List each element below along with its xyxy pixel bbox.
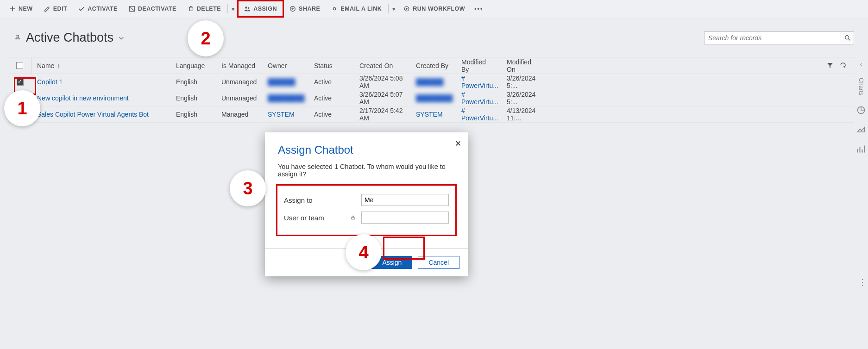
search-box	[704, 31, 854, 44]
pencil-icon	[44, 6, 50, 12]
col-ismanaged[interactable]: Is Managed	[216, 57, 262, 74]
edit-button[interactable]: EDIT	[38, 0, 73, 18]
edit-button-label: EDIT	[53, 6, 67, 12]
charts-label[interactable]: Charts	[858, 78, 865, 95]
charts-rail: ‹ Charts	[854, 57, 868, 154]
col-createdon[interactable]: Created On	[354, 57, 410, 74]
lock-icon	[350, 215, 357, 220]
table-row[interactable]: New copilot in new environment English U…	[8, 90, 854, 106]
people-icon	[244, 6, 251, 12]
user-team-input[interactable]	[361, 212, 449, 224]
refresh-icon[interactable]	[839, 62, 848, 70]
run-workflow-button-label: RUN WORKFLOW	[413, 6, 465, 12]
sort-asc-icon: ↑	[57, 62, 60, 69]
col-modifiedon[interactable]: Modified On	[501, 57, 547, 74]
col-name[interactable]: Name ↑	[31, 57, 170, 74]
delete-button-label: DELETE	[197, 6, 221, 12]
activate-button[interactable]: ACTIVATE	[73, 0, 123, 18]
deactivate-icon	[129, 6, 135, 12]
svg-rect-7	[352, 217, 354, 219]
redacted-createdby: ██████	[416, 78, 444, 86]
redacted-owner: ██████	[268, 78, 296, 86]
svg-point-2	[248, 7, 250, 9]
search-icon	[844, 35, 851, 41]
createdby-link[interactable]: SYSTEM	[416, 111, 443, 118]
svg-point-1	[245, 6, 247, 8]
record-link[interactable]: New copilot in new environment	[37, 94, 129, 102]
svg-point-5	[845, 35, 849, 39]
overflow-button[interactable]: •••	[471, 0, 487, 18]
check-icon	[78, 6, 85, 12]
delete-button[interactable]: DELETE	[182, 0, 226, 18]
dialog-form-highlight: Assign to User or team	[276, 184, 457, 236]
view-title[interactable]: Active Chatbots	[26, 31, 113, 45]
col-createdby[interactable]: Created By	[410, 57, 456, 74]
activate-button-label: ACTIVATE	[88, 6, 118, 12]
assign-button[interactable]: ASSIGN	[237, 0, 284, 18]
dialog-close-button[interactable]: ✕	[455, 139, 461, 149]
view-header: Active Chatbots	[0, 18, 868, 57]
col-language[interactable]: Language	[170, 57, 216, 74]
col-status[interactable]: Status	[308, 57, 354, 74]
chart-bar-icon[interactable]	[856, 144, 866, 154]
record-link[interactable]: Copilot 1	[37, 78, 63, 86]
delete-dropdown[interactable]: ▾	[229, 0, 237, 18]
share-icon	[289, 6, 296, 12]
callout-2: 2	[188, 20, 224, 56]
callout-4: 4	[346, 234, 382, 270]
col-modifiedby[interactable]: Modified By	[456, 57, 501, 74]
chevron-left-icon[interactable]: ‹	[860, 61, 862, 68]
plus-icon	[9, 6, 16, 12]
dialog-cancel-button[interactable]: Cancel	[418, 256, 459, 269]
modifiedby-link[interactable]: # PowerVirtu...	[461, 107, 498, 122]
ellipsis-icon: •••	[474, 6, 483, 12]
command-bar: NEW EDIT ACTIVATE DEACTIVATE DELETE ▾ AS…	[0, 0, 868, 18]
assign-to-label: Assign to	[284, 196, 345, 204]
modifiedby-link[interactable]: # PowerVirtu...	[461, 75, 498, 89]
search-go-button[interactable]	[841, 31, 854, 44]
redacted-createdby: ████████	[416, 94, 453, 102]
chart-area-icon[interactable]	[856, 125, 866, 134]
user-team-label: User or team	[284, 214, 345, 222]
dialog-title: Assign Chatbot	[278, 143, 455, 156]
email-link-button[interactable]: EMAIL A LINK	[326, 0, 387, 18]
share-button-label: SHARE	[299, 6, 320, 12]
run-workflow-button[interactable]: RUN WORKFLOW	[398, 0, 471, 18]
col-owner[interactable]: Owner	[262, 57, 308, 74]
email-link-button-label: EMAIL A LINK	[340, 6, 382, 12]
select-all-col	[8, 57, 31, 74]
table-row[interactable]: Copilot 1 English Unmanaged ██████ Activ…	[8, 74, 854, 90]
dialog-subtitle: You have selected 1 Chatbot. To whom wou…	[278, 163, 455, 178]
row-checkbox[interactable]	[17, 79, 24, 86]
view-dropdown-icon[interactable]	[118, 35, 125, 41]
table-row[interactable]: Sales Copilot Power Virtual Agents Bot E…	[8, 106, 854, 123]
record-link[interactable]: Sales Copilot Power Virtual Agents Bot	[37, 111, 149, 118]
workflow-icon	[403, 6, 410, 12]
grid-header-row: Name ↑ Language Is Managed Owner Status …	[8, 57, 854, 74]
email-link-dropdown[interactable]: ▾	[390, 0, 398, 18]
redacted-owner: ████████	[268, 94, 304, 102]
more-vertical-icon[interactable]: ⋮	[858, 277, 865, 287]
trash-icon	[188, 6, 194, 12]
filter-icon[interactable]	[826, 62, 835, 70]
deactivate-button-label: DEACTIVATE	[138, 6, 176, 12]
new-button-label: NEW	[19, 6, 33, 12]
new-button[interactable]: NEW	[4, 0, 38, 18]
share-button[interactable]: SHARE	[284, 0, 326, 18]
link-icon	[331, 6, 338, 12]
pin-icon[interactable]	[14, 34, 21, 42]
assign-button-label: ASSIGN	[253, 6, 277, 12]
callout-1: 1	[4, 90, 40, 126]
modifiedby-link[interactable]: # PowerVirtu...	[461, 91, 498, 106]
owner-link[interactable]: SYSTEM	[268, 111, 295, 118]
deactivate-button[interactable]: DEACTIVATE	[123, 0, 182, 18]
assign-to-input[interactable]	[361, 194, 449, 206]
chart-pie-icon[interactable]	[856, 106, 866, 115]
select-all-checkbox[interactable]	[16, 62, 23, 69]
callout-3: 3	[230, 170, 266, 206]
search-input[interactable]	[704, 31, 841, 44]
